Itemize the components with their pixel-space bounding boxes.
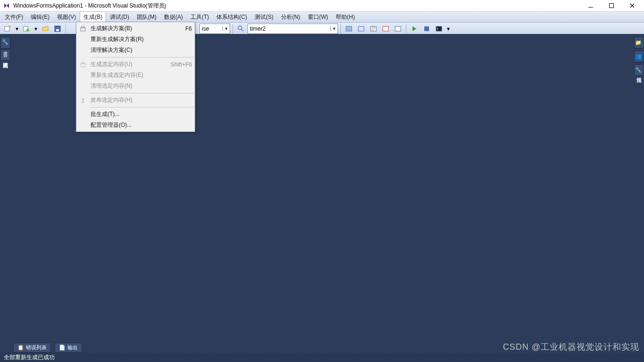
add-item-drop-icon[interactable]: ▾ xyxy=(33,23,39,34)
menu-build-solution[interactable]: 生成解决方案(B) F6 xyxy=(76,23,195,34)
toolbar-separator xyxy=(340,24,341,33)
server-icon: 🗄 xyxy=(3,52,8,58)
config-value: ise xyxy=(200,25,223,32)
menu-build-solution-shortcut: F6 xyxy=(182,25,192,32)
svg-rect-6 xyxy=(56,29,59,31)
svg-rect-16 xyxy=(82,26,84,28)
minimize-button[interactable] xyxy=(585,1,597,10)
svg-point-7 xyxy=(238,26,242,30)
tab-solution-explorer[interactable]: 📁 解决方案资源管理器 xyxy=(634,37,644,49)
menu-rebuild-selection-label: 重新生成选定内容(E) xyxy=(89,71,192,79)
chevron-down-icon: ▼ xyxy=(223,26,230,31)
menu-tools[interactable]: 工具(T) xyxy=(187,12,213,22)
toolbar-cmd-button[interactable] xyxy=(433,23,445,34)
tab-output-label: 输出 xyxy=(67,344,78,351)
menu-analyze[interactable]: 分析(N) xyxy=(277,12,304,22)
menu-help[interactable]: 帮助(H) xyxy=(332,12,359,22)
menu-test[interactable]: 测试(S) xyxy=(251,12,277,22)
add-item-button[interactable] xyxy=(21,23,32,34)
title-bar: WindowsFormsApplication1 - Microsoft Vis… xyxy=(0,0,644,12)
menu-clean-selection-label: 清理选定内容(N) xyxy=(89,82,192,90)
menu-edit[interactable]: 编辑(E) xyxy=(27,12,53,22)
toolbar-run-button[interactable] xyxy=(409,23,420,34)
tab-output[interactable]: 📄 输出 xyxy=(55,343,82,353)
bottom-tabs: 📋 错误列表 📄 输出 xyxy=(0,342,644,353)
menu-debug[interactable]: 调试(D) xyxy=(106,12,133,22)
find-button[interactable] xyxy=(235,23,247,34)
menu-build[interactable]: 生成(B) xyxy=(80,11,106,22)
menu-clean-solution-label: 清理解决方案(C) xyxy=(89,46,192,54)
new-project-button[interactable] xyxy=(2,23,13,34)
team-icon: 👥 xyxy=(636,53,642,59)
menu-build-solution-label: 生成解决方案(B) xyxy=(89,25,182,33)
tab-error-list-label: 错误列表 xyxy=(26,344,47,351)
menu-view[interactable]: 视图(V) xyxy=(53,12,80,22)
tab-error-list[interactable]: 📋 错误列表 xyxy=(13,343,51,353)
error-list-icon: 📋 xyxy=(17,345,24,351)
open-button[interactable] xyxy=(40,23,51,34)
svg-rect-8 xyxy=(346,26,352,31)
toolbar-icon-c[interactable] xyxy=(368,23,379,34)
find-target-dropdown[interactable]: timer2 ▼ xyxy=(248,24,338,34)
tab-properties[interactable]: 🔧 属性 xyxy=(634,64,644,76)
svg-rect-19 xyxy=(81,102,85,103)
toolbar-cmd-drop-icon[interactable]: ▾ xyxy=(446,23,451,34)
menu-team[interactable]: 团队(M) xyxy=(133,12,160,22)
svg-rect-2 xyxy=(5,26,9,31)
menu-build-selection-label: 生成选定内容(U) xyxy=(89,60,167,68)
svg-rect-15 xyxy=(81,28,85,31)
properties-icon: 🔧 xyxy=(636,66,642,73)
toolbar-icon-a[interactable] xyxy=(343,23,355,34)
build-icon xyxy=(77,25,89,32)
menu-separator xyxy=(90,93,194,93)
menu-file[interactable]: 文件(F) xyxy=(1,12,27,22)
vs-logo-icon xyxy=(3,2,10,9)
svg-rect-1 xyxy=(610,4,614,8)
menu-bar: 文件(F) 编辑(E) 视图(V) 生成(B) 调试(D) 团队(M) 数据(A… xyxy=(0,12,644,23)
svg-rect-12 xyxy=(395,26,401,31)
menu-config-manager[interactable]: 配置管理器(O)... xyxy=(76,120,195,131)
menu-batch-build[interactable]: 批生成(T)... xyxy=(76,109,195,120)
menu-rebuild-solution[interactable]: 重新生成解决方案(R) xyxy=(76,34,195,45)
svg-rect-18 xyxy=(82,62,84,64)
menu-rebuild-solution-label: 重新生成解决方案(R) xyxy=(89,35,192,43)
toolbar-icon-b[interactable] xyxy=(355,23,367,34)
toolbar-separator xyxy=(406,24,406,33)
menu-separator xyxy=(90,107,194,107)
tab-server-explorer[interactable]: 🗄 浏览视图 xyxy=(0,49,10,61)
output-icon: 📄 xyxy=(59,345,66,351)
toolbar-box-button[interactable] xyxy=(421,23,432,34)
svg-point-4 xyxy=(26,29,29,32)
toolbar-separator xyxy=(66,24,66,33)
build-menu-dropdown: 生成解决方案(B) F6 重新生成解决方案(R) 清理解决方案(C) 生成选定内… xyxy=(76,22,195,132)
status-text: 全部重新生成已成功 xyxy=(4,354,55,362)
toolbar-separator xyxy=(232,24,233,33)
close-button[interactable] xyxy=(626,1,638,10)
window-title: WindowsFormsApplication1 - Microsoft Vis… xyxy=(13,2,585,10)
menu-window[interactable]: 窗口(W) xyxy=(304,12,332,22)
find-target-value: timer2 xyxy=(248,25,330,32)
solution-icon: 📁 xyxy=(636,39,642,45)
menu-rebuild-selection: 重新生成选定内容(E) xyxy=(76,70,195,81)
svg-rect-13 xyxy=(424,26,429,31)
toolbar-icon-e[interactable] xyxy=(392,23,404,34)
new-project-drop-icon[interactable]: ▾ xyxy=(14,23,20,34)
menu-data[interactable]: 数据(A) xyxy=(160,12,187,22)
toolbar-icon-d[interactable] xyxy=(380,23,391,34)
config-dropdown[interactable]: ise ▼ xyxy=(199,24,230,34)
build-icon xyxy=(77,61,89,68)
publish-icon xyxy=(77,97,89,104)
tab-toolbox[interactable]: 🔧 工具箱 xyxy=(0,37,10,49)
tab-team-explorer[interactable]: 👥 团队资源管理器 xyxy=(634,50,644,62)
save-button[interactable] xyxy=(52,23,63,34)
status-bar: 全部重新生成已成功 xyxy=(0,353,644,362)
menu-build-selection: 生成选定内容(U) Shift+F6 xyxy=(76,59,195,70)
menu-arch[interactable]: 体系结构(C) xyxy=(213,12,251,22)
chevron-down-icon: ▼ xyxy=(330,26,338,31)
maximize-button[interactable] xyxy=(605,1,618,10)
menu-publish-selection: 发布选定内容(H) xyxy=(76,95,195,106)
svg-rect-9 xyxy=(358,26,364,31)
svg-rect-17 xyxy=(81,64,85,67)
menu-clean-solution[interactable]: 清理解决方案(C) xyxy=(76,45,195,56)
menu-clean-selection: 清理选定内容(N) xyxy=(76,81,195,91)
